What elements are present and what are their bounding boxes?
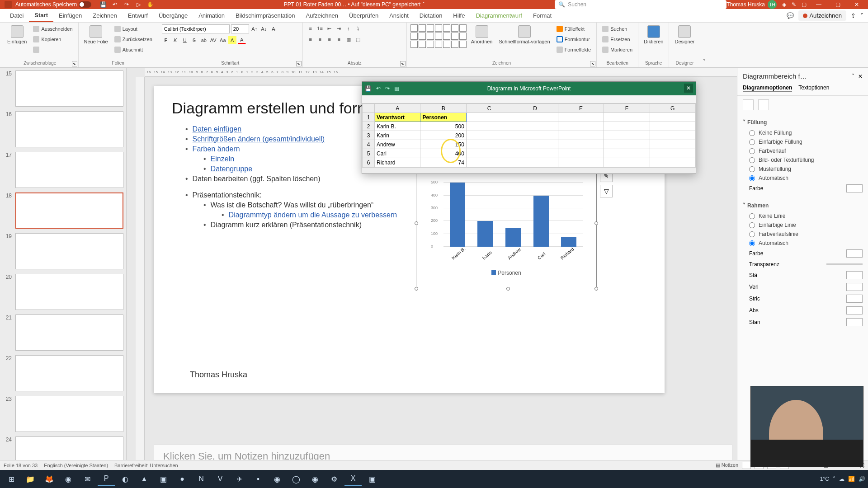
indent-dec-icon[interactable]: ⇤	[326, 24, 334, 33]
tab-diagrammentwurf[interactable]: Diagrammentwurf	[470, 9, 528, 22]
comments-icon[interactable]: 💬	[787, 12, 794, 19]
window-icon[interactable]: ▢	[802, 1, 807, 8]
strike-button[interactable]: S̶	[190, 36, 198, 44]
text-direction-icon[interactable]: ⤵	[354, 24, 362, 33]
tab-dictation[interactable]: Dictation	[414, 9, 448, 22]
tray-wifi-icon[interactable]: 📶	[848, 476, 855, 482]
app-icon[interactable]: ▪	[250, 472, 267, 486]
shape-effects-button[interactable]: Formeffekte	[555, 45, 593, 54]
bold-button[interactable]: F	[162, 36, 170, 44]
pane-tab-chart[interactable]: Diagrammoptionen	[743, 84, 792, 92]
diamond-icon[interactable]: ◈	[782, 1, 786, 8]
slide-thumbnails[interactable]: 15 16 17 18 19 20 21 22 23 24	[0, 68, 127, 472]
fill-option[interactable]: Farbverlauf	[743, 146, 863, 155]
highlight-button[interactable]: A	[228, 36, 236, 44]
indent-inc-icon[interactable]: ⇥	[335, 24, 343, 33]
datasheet-scrollbar[interactable]	[362, 167, 696, 174]
tab-entwurf[interactable]: Entwurf	[123, 9, 153, 22]
border-property[interactable]: Abs	[743, 305, 863, 316]
reset-button[interactable]: Zurücksetzen	[113, 35, 154, 44]
border-option[interactable]: Einfarbige Linie	[743, 221, 863, 230]
font-color-button[interactable]: A	[238, 36, 246, 44]
border-property[interactable]: Stric	[743, 293, 863, 305]
ds-redo-icon[interactable]: ↷	[385, 85, 390, 92]
save-icon[interactable]: 💾	[99, 1, 107, 8]
font-name-select[interactable]	[162, 24, 230, 33]
chart-filter-icon[interactable]: ▽	[600, 185, 613, 197]
firefox-icon[interactable]: 🦊	[41, 472, 58, 486]
copy-button[interactable]: Kopieren	[31, 35, 74, 44]
find-button[interactable]: Suchen	[600, 24, 634, 33]
chart-bar[interactable]	[533, 196, 549, 247]
fill-option[interactable]: Keine Füllung	[743, 128, 863, 137]
pane-dropdown-icon[interactable]: ˅	[852, 73, 854, 80]
from-beginning-icon[interactable]: ▷	[135, 1, 142, 8]
outlook-icon[interactable]: ✉	[79, 472, 96, 486]
excel-icon[interactable]: X	[344, 472, 362, 486]
chart-legend[interactable]: Personen	[416, 270, 596, 276]
section-button[interactable]: Abschnitt	[113, 45, 154, 54]
onenote-icon[interactable]: N	[193, 472, 210, 486]
fill-option[interactable]: Bild- oder Texturfüllung	[743, 155, 863, 164]
app-icon[interactable]: ◯	[288, 472, 305, 486]
dictate-button[interactable]: Diktieren	[642, 24, 665, 45]
tray-chevron-icon[interactable]: ˄	[833, 476, 835, 482]
linespacing-icon[interactable]: ↕	[344, 24, 353, 33]
fill-section-toggle[interactable]: ˅ Füllung	[743, 117, 863, 128]
shape-fill-button[interactable]: Fülleffekt	[555, 24, 593, 33]
quick-styles-button[interactable]: Schnellformat-vorlagen	[497, 24, 552, 45]
chart-bar[interactable]	[505, 228, 521, 247]
app-icon[interactable]: ▣	[155, 472, 172, 486]
select-button[interactable]: Markieren	[600, 45, 634, 54]
link-schrift[interactable]: Schriftgrößen ändern (gesamt/individuell…	[193, 135, 325, 143]
tab-bildschirm[interactable]: Bildschirmpräsentation	[230, 9, 301, 22]
numbering-icon[interactable]: 1≡	[316, 24, 324, 33]
record-button[interactable]: Aufzeichnen	[798, 10, 846, 21]
tab-uebergaenge[interactable]: Übergänge	[153, 9, 193, 22]
cut-button[interactable]: Ausschneiden	[31, 24, 74, 33]
tray-onedrive-icon[interactable]: ☁	[839, 476, 844, 482]
chart-object[interactable]: Personen 0100200300400500600 Karin B.Kar…	[416, 154, 597, 289]
ds-table-icon[interactable]: ▦	[394, 85, 399, 92]
border-option[interactable]: Farbverlaufslinie	[743, 230, 863, 239]
link-daten[interactable]: Daten einfügen	[193, 125, 242, 133]
align-left-icon[interactable]: ≡	[307, 35, 315, 43]
link-farben[interactable]: Farben ändern	[193, 145, 240, 153]
pen-icon[interactable]: ✎	[792, 1, 796, 8]
tray-volume-icon[interactable]: 🔊	[859, 476, 865, 482]
view-normal-icon[interactable]	[742, 462, 751, 469]
tab-aufzeichnen[interactable]: Aufzeichnen	[301, 9, 344, 22]
tab-ueberpruefen[interactable]: Überprüfen	[344, 9, 384, 22]
powerpoint-icon[interactable]: P	[98, 472, 115, 486]
dialog-launcher[interactable]: ⬊	[72, 61, 77, 66]
underline-button[interactable]: U	[181, 36, 189, 44]
justify-icon[interactable]: ≡	[335, 35, 343, 43]
datasheet-grid[interactable]: AB CD EF G 1VerantwortPersonen 2Karin B.…	[362, 103, 696, 167]
replace-button[interactable]: Ersetzen	[600, 35, 634, 44]
datasheet-close-button[interactable]: ✕	[684, 84, 693, 93]
border-section-toggle[interactable]: ˅ Rahmen	[743, 200, 863, 211]
collapse-ribbon-icon[interactable]: ˅	[860, 12, 863, 19]
border-property[interactable]: Stä	[743, 269, 863, 281]
autosave-toggle[interactable]: Automatisches Speichern	[15, 1, 91, 8]
chart-bar[interactable]	[477, 221, 493, 247]
border-option[interactable]: Keine Linie	[743, 211, 863, 221]
pane-close-icon[interactable]: ✕	[858, 73, 863, 80]
dialog-launcher[interactable]: ⬊	[590, 61, 595, 66]
smartart-icon[interactable]: ⬚	[354, 35, 362, 43]
pane-tab-text[interactable]: Textoptionen	[798, 84, 829, 92]
new-slide-button[interactable]: Neue Folie	[82, 24, 110, 45]
status-lang[interactable]: Englisch (Vereinigte Staaten)	[44, 463, 108, 468]
telegram-icon[interactable]: ✈	[231, 472, 248, 486]
vlc-icon[interactable]: ▲	[136, 472, 153, 486]
effects-icon[interactable]	[758, 99, 769, 110]
dialog-launcher[interactable]: ⬊	[296, 61, 302, 66]
ds-undo-icon[interactable]: ↶	[376, 85, 381, 92]
tab-start[interactable]: Start	[29, 9, 53, 22]
font-size-select[interactable]	[231, 24, 249, 33]
chrome-icon[interactable]: ◉	[60, 472, 77, 486]
chart-bar[interactable]	[561, 237, 576, 247]
minimize-button[interactable]: —	[812, 1, 826, 8]
fill-line-icon[interactable]	[743, 99, 754, 110]
undo-icon[interactable]: ↶	[111, 1, 118, 8]
